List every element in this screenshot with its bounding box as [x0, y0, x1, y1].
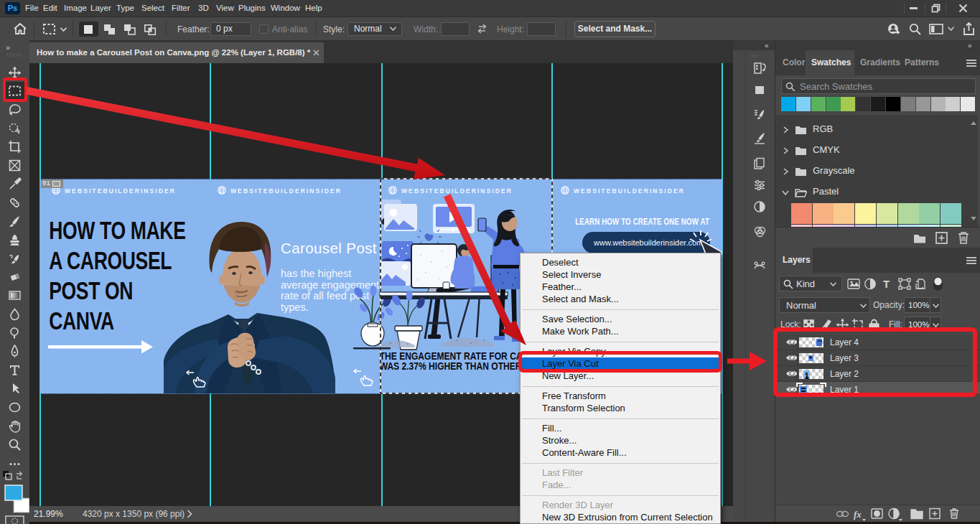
svg-text:T: T: [883, 278, 890, 290]
svg-text:fx: fx: [854, 509, 862, 520]
